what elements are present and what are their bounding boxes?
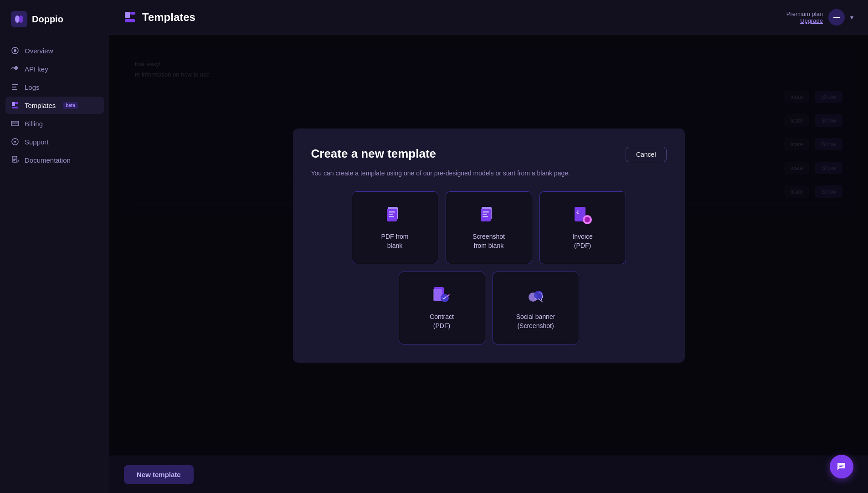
svg-rect-30 (483, 214, 487, 215)
svg-rect-42 (839, 466, 842, 467)
page-footer: New template (109, 456, 868, 493)
svg-rect-7 (12, 89, 17, 90)
svg-rect-16 (13, 158, 16, 159)
svg-rect-12 (11, 123, 19, 123)
svg-rect-25 (389, 214, 393, 215)
overview-icon (11, 46, 19, 55)
logo: Doppio (0, 11, 109, 42)
svg-rect-9 (15, 102, 18, 104)
contract-pdf-label: Contract(PDF) (430, 313, 454, 330)
user-avatar[interactable]: — (828, 9, 845, 26)
template-card-social-banner[interactable]: Social banner(Screenshot) (493, 272, 579, 344)
social-banner-label: Social banner(Screenshot) (516, 313, 555, 330)
svg-rect-41 (839, 465, 844, 466)
svg-rect-6 (12, 87, 16, 87)
sidebar-item-label-support: Support (25, 138, 49, 146)
svg-rect-31 (483, 216, 488, 217)
svg-point-2 (19, 15, 23, 23)
svg-rect-28 (481, 209, 491, 221)
template-card-screenshot-blank[interactable]: Screenshotfrom blank (446, 191, 532, 264)
svg-rect-23 (387, 209, 397, 221)
modal-overlay: Create a new template Cancel You can cre… (109, 35, 868, 456)
sidebar-item-label-templates: Templates (25, 102, 56, 109)
svg-rect-10 (12, 107, 18, 108)
sidebar-item-support[interactable]: Support (5, 133, 104, 150)
modal-description: You can create a template using one of o… (311, 169, 667, 177)
page-title: Templates (142, 11, 195, 24)
svg-point-35 (585, 217, 590, 222)
sidebar-item-label-documentation: Documentation (25, 156, 71, 164)
templates-header-icon (124, 11, 137, 24)
svg-rect-19 (125, 12, 130, 18)
sidebar-item-billing[interactable]: Billing (5, 115, 104, 132)
svg-rect-5 (12, 84, 18, 85)
sidebar: Doppio Overview API key (0, 0, 109, 493)
svg-text:€: € (576, 210, 579, 215)
svg-rect-8 (12, 102, 15, 106)
template-cards-row-2: Contract(PDF) Social banner(Screenshot) (311, 272, 667, 344)
screenshot-blank-label: Screenshotfrom blank (473, 232, 505, 250)
sidebar-item-label-overview: Overview (25, 47, 53, 55)
contract-pdf-icon (431, 285, 453, 307)
documentation-icon (11, 156, 19, 164)
svg-rect-24 (389, 211, 395, 213)
new-template-button[interactable]: New template (124, 465, 194, 484)
main-content: Templates Premium plan Upgrade — ▾ that … (109, 0, 868, 493)
header-right: Premium plan Upgrade — ▾ (786, 9, 853, 26)
create-template-modal: Create a new template Cancel You can cre… (293, 128, 685, 363)
logs-icon (11, 83, 19, 91)
modal-header: Create a new template Cancel (311, 147, 667, 162)
svg-rect-26 (389, 216, 394, 217)
support-icon (11, 138, 19, 146)
sidebar-item-templates[interactable]: Templates beta (5, 97, 104, 114)
invoice-pdf-icon: € (572, 205, 594, 227)
svg-point-4 (14, 49, 16, 52)
premium-label: Premium plan (786, 10, 823, 17)
beta-badge: beta (63, 102, 78, 109)
sidebar-item-label-logs: Logs (25, 83, 40, 91)
sidebar-item-documentation[interactable]: Documentation (5, 151, 104, 169)
modal-title: Create a new template (311, 147, 437, 161)
app-name: Doppio (32, 14, 63, 25)
template-card-pdf-blank[interactable]: PDF fromblank (352, 191, 438, 264)
templates-icon (11, 101, 19, 109)
social-banner-icon (525, 285, 547, 307)
page-header: Templates Premium plan Upgrade — ▾ (109, 0, 868, 35)
sidebar-item-label-api-key: API key (25, 65, 48, 73)
chat-icon (836, 461, 847, 472)
svg-rect-21 (125, 19, 135, 22)
svg-point-14 (14, 141, 16, 143)
template-card-contract-pdf[interactable]: Contract(PDF) (399, 272, 485, 344)
content-area: that easy! re information on how to use … (109, 35, 868, 456)
doppio-logo-icon (11, 11, 27, 27)
svg-rect-18 (13, 160, 15, 161)
svg-rect-29 (483, 211, 489, 213)
chat-button[interactable] (830, 455, 853, 478)
svg-rect-17 (13, 159, 16, 160)
premium-info: Premium plan Upgrade (786, 10, 823, 24)
sidebar-item-overview[interactable]: Overview (5, 42, 104, 59)
template-card-invoice-pdf[interactable]: € Invoice(PDF) (539, 191, 626, 264)
svg-rect-37 (433, 289, 442, 301)
screenshot-blank-icon (478, 205, 500, 227)
chevron-down-icon[interactable]: ▾ (850, 14, 853, 21)
svg-rect-20 (130, 12, 135, 15)
upgrade-link[interactable]: Upgrade (786, 17, 823, 24)
billing-icon (11, 119, 19, 128)
api-key-icon (11, 65, 19, 73)
cancel-button[interactable]: Cancel (626, 147, 667, 162)
template-cards-row-1: PDF fromblank (311, 191, 667, 264)
pdf-blank-icon (384, 205, 406, 227)
header-left: Templates (124, 11, 195, 24)
sidebar-item-logs[interactable]: Logs (5, 78, 104, 96)
sidebar-item-api-key[interactable]: API key (5, 60, 104, 77)
sidebar-item-label-billing: Billing (25, 120, 43, 128)
sidebar-nav: Overview API key Logs (0, 42, 109, 169)
pdf-blank-label: PDF fromblank (381, 232, 409, 250)
invoice-pdf-label: Invoice(PDF) (572, 232, 592, 250)
